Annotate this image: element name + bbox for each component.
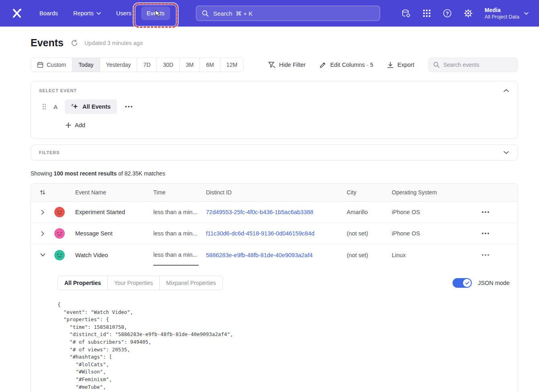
chevron-down-icon: [524, 12, 529, 15]
search-icon: [433, 62, 440, 68]
add-event-label: Add: [75, 122, 85, 128]
nav-item-users[interactable]: Users: [111, 6, 137, 20]
hide-filter-label: Hide Filter: [279, 62, 306, 68]
event-avatar: [54, 207, 65, 217]
all-events-selector[interactable]: All Events: [65, 99, 117, 114]
project-name: Media: [485, 6, 519, 14]
event-row-letter: A: [53, 103, 58, 110]
help-icon[interactable]: ?: [443, 9, 452, 18]
cell-os: Linux: [392, 252, 468, 258]
table-row[interactable]: Experiment Started less than a min... 72…: [31, 202, 518, 223]
chevron-up-icon: [504, 89, 509, 92]
nav-menu: Boards Reports Users Events: [34, 6, 170, 20]
event-detail-panel: All Properties Your Properties Mixpanel …: [31, 266, 518, 392]
tab-mixpanel-properties[interactable]: Mixpanel Properties: [159, 276, 222, 290]
expand-row-icon[interactable]: [39, 229, 46, 238]
event-json-view: { "event": "Watch Video", "properties": …: [58, 301, 510, 392]
sort-icon: [39, 189, 46, 196]
distinct-id-link[interactable]: 72d49553-25fc-4f0c-b436-1b5ac6ab3388: [206, 209, 313, 215]
collapse-row-icon[interactable]: [39, 252, 47, 258]
table-header: Event Name Time Distinct ID City Operati…: [31, 184, 518, 202]
data-management-icon[interactable]: [401, 9, 411, 18]
results-summary: Showing 100 most recent results of 82.35…: [31, 170, 518, 177]
distinct-id-link[interactable]: f11c30d6-dc6d-4518-9136-0d046159c84d: [206, 230, 315, 237]
chevron-down-icon: [97, 12, 101, 15]
cell-os: iPhone OS: [392, 230, 468, 237]
cell-city: (not set): [347, 230, 392, 237]
mixpanel-logo[interactable]: [9, 8, 25, 19]
select-event-panel: SELECT EVENT A All Events: [31, 81, 518, 139]
filters-panel[interactable]: FILTERS: [31, 144, 518, 161]
cell-event-name: Message Sent: [75, 230, 153, 237]
refresh-icon[interactable]: [71, 39, 78, 47]
export-button[interactable]: Export: [387, 62, 414, 68]
row-actions-icon[interactable]: [480, 209, 491, 215]
event-sparkle-icon: [71, 103, 78, 110]
column-header-time[interactable]: Time: [153, 189, 206, 196]
row-actions-icon[interactable]: [480, 252, 491, 258]
apps-grid-icon[interactable]: [423, 9, 431, 17]
json-mode-toggle[interactable]: [453, 278, 472, 288]
hide-filter-button[interactable]: Hide Filter: [268, 61, 306, 68]
results-prefix: Showing: [31, 170, 54, 177]
range-6m[interactable]: 6M: [200, 58, 220, 72]
chevron-down-icon: [504, 151, 509, 154]
cell-city: (not set): [347, 252, 392, 258]
settings-gear-icon[interactable]: [464, 9, 473, 18]
global-search[interactable]: [196, 6, 380, 21]
pencil-icon: [319, 61, 327, 68]
last-updated-text: Updated 3 minutes ago: [84, 40, 143, 46]
svg-text:?: ?: [446, 11, 448, 17]
page-title: Events: [31, 37, 64, 49]
range-30d[interactable]: 30D: [156, 58, 179, 72]
nav-item-boards[interactable]: Boards: [34, 6, 64, 20]
table-row[interactable]: Message Sent less than a min... f11c30d6…: [31, 223, 518, 244]
download-icon: [387, 62, 394, 68]
column-header-os[interactable]: Operating System: [392, 189, 468, 196]
cell-time: less than a min...: [153, 209, 206, 215]
range-custom-label: Custom: [47, 62, 66, 68]
range-12m[interactable]: 12M: [220, 58, 243, 72]
top-navbar: Boards Reports Users Events: [0, 0, 539, 27]
export-label: Export: [397, 62, 414, 68]
cell-time: less than a min...: [153, 230, 206, 237]
edit-columns-button[interactable]: Edit Columns · 5: [319, 61, 373, 68]
table-row[interactable]: Watch Video less than a min... 5886283e-…: [31, 244, 518, 266]
tab-your-properties[interactable]: Your Properties: [107, 276, 159, 290]
range-yesterday[interactable]: Yesterday: [100, 58, 137, 72]
cell-os: iPhone OS: [392, 209, 468, 215]
json-mode-label: JSON mode: [478, 280, 510, 286]
range-7d[interactable]: 7D: [137, 58, 156, 72]
search-icon: [202, 10, 209, 17]
cursor-icon: [155, 10, 161, 19]
range-custom[interactable]: Custom: [31, 58, 72, 72]
edit-columns-label: Edit Columns · 5: [330, 62, 373, 68]
column-header-distinct-id[interactable]: Distinct ID: [206, 189, 347, 196]
drag-handle-icon[interactable]: [42, 103, 46, 110]
row-actions-icon[interactable]: [480, 230, 491, 237]
range-today[interactable]: Today: [72, 58, 99, 72]
cell-event-name: Watch Video: [75, 252, 153, 258]
all-events-label: All Events: [82, 103, 111, 110]
distinct-id-link[interactable]: 5886283e-e9fb-48fb-81de-40e9093a2af4: [206, 252, 313, 258]
results-highlight: 100 most recent results: [54, 170, 117, 177]
event-options-icon[interactable]: [123, 103, 134, 110]
expand-filters-button[interactable]: [503, 150, 510, 155]
select-event-title: SELECT EVENT: [39, 88, 77, 93]
add-event-button[interactable]: Add: [66, 122, 85, 128]
column-header-city[interactable]: City: [347, 189, 392, 196]
search-events-box[interactable]: [428, 58, 518, 72]
project-switcher[interactable]: Media All Project Data: [485, 6, 529, 20]
range-3m[interactable]: 3M: [179, 58, 200, 72]
cell-time: less than a min...: [153, 244, 199, 266]
global-search-input[interactable]: [213, 10, 374, 17]
column-header-event-name[interactable]: Event Name: [75, 189, 153, 196]
nav-item-reports[interactable]: Reports: [68, 6, 107, 20]
plus-icon: [66, 122, 71, 128]
toggle-knob: [463, 279, 471, 287]
tab-all-properties[interactable]: All Properties: [58, 276, 107, 290]
expand-row-icon[interactable]: [39, 208, 46, 217]
search-events-input[interactable]: [443, 62, 513, 68]
event-avatar: [54, 250, 65, 260]
collapse-panel-button[interactable]: [503, 88, 510, 93]
